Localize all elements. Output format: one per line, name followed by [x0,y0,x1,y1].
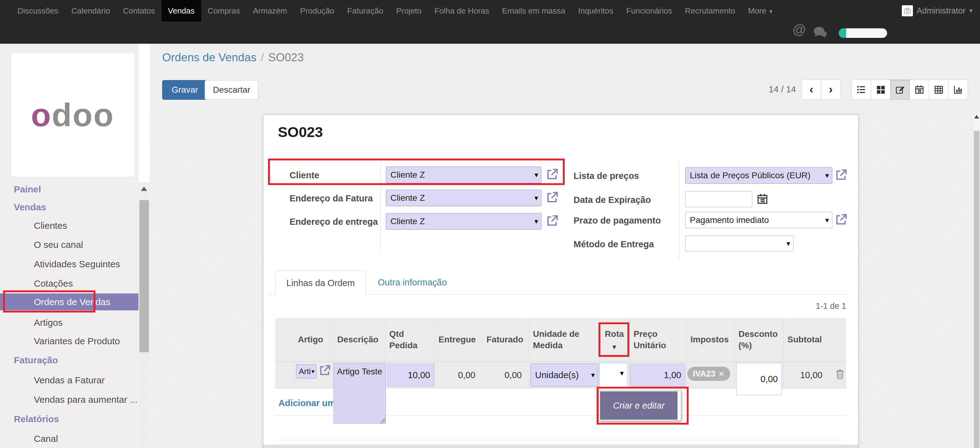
page-scrollbar[interactable] [973,112,980,448]
col-subtotal[interactable]: Subtotal [784,318,830,362]
save-button[interactable]: Gravar [162,80,208,100]
graph-view-button[interactable] [948,80,968,100]
endereco-fatura-select[interactable]: Cliente Z [386,190,541,206]
criar-e-editar-option[interactable]: Criar e editar [600,391,678,420]
menu-calendario[interactable]: Calendário [65,0,117,22]
col-entregue[interactable]: Entregue [435,318,483,362]
page-scroll-up-icon[interactable] [974,115,979,118]
sidebar-scrollbar[interactable] [138,182,150,448]
sidebar-item-atividades-seguintes[interactable]: Atividades Seguintes [34,259,120,269]
menu-more[interactable]: More [741,0,779,22]
edit-form-icon [895,84,905,94]
col-rota[interactable]: Rota ▼ [599,318,630,362]
sidebar-heading-vendas[interactable]: Vendas [14,202,46,212]
progress-segment [839,28,846,38]
menu-recrutamento[interactable]: Recrutamento [678,0,741,22]
endereco-entrega-external-link-icon[interactable] [546,214,559,227]
row-desconto-input[interactable]: 0,00 [736,363,782,395]
menu-projeto[interactable]: Projeto [390,0,428,22]
mentions-icon[interactable]: @ [792,23,806,36]
data-expiracao-input[interactable] [685,191,752,207]
discard-button[interactable]: Descartar [205,80,258,100]
prazo-pagamento-label: Prazo de pagamento [574,215,661,226]
form-view-button[interactable] [890,80,910,100]
row-artigo-select[interactable]: Arti [296,364,316,378]
sidebar-item-vendas-para-aumentar[interactable]: Vendas para aumentar ... [34,394,138,405]
remove-tag-icon[interactable] [719,369,725,379]
company-logo[interactable]: odoo [11,53,134,177]
metodo-entrega-select[interactable] [685,236,794,252]
endereco-fatura-external-link-icon[interactable] [546,191,559,204]
sidebar-item-canal[interactable]: Canal [34,434,58,444]
col-unidade-de-medida[interactable]: Unidade de Medida [529,318,599,362]
sidebar-item-clientes[interactable]: Clientes [34,220,67,231]
col-preco-unitario[interactable]: Preço Unitário [630,318,687,362]
row-unidade-select[interactable]: Unidade(s) [530,364,598,386]
pager-next-button[interactable] [821,80,841,100]
col-artigo[interactable]: Artigo [294,318,334,362]
endereco-entrega-select[interactable]: Cliente Z [386,213,541,230]
col-descricao[interactable]: Descrição [334,318,385,362]
cliente-external-link-icon[interactable] [546,168,559,181]
top-menubar: Discussões Calendário Contatos Vendas Co… [0,0,980,44]
col-faturado[interactable]: Faturado [483,318,529,362]
menu-contatos[interactable]: Contatos [117,0,162,22]
sidebar-item-artigos[interactable]: Artigos [34,317,62,328]
menu-faturacao[interactable]: Faturação [341,0,390,22]
scroll-up-icon[interactable] [141,187,147,191]
col-impostos[interactable]: Impostos [687,318,735,362]
lista-precos-external-link-icon[interactable] [835,168,848,181]
row-rota-select[interactable] [600,363,628,387]
sidebar-item-vendas-a-faturar[interactable]: Vendas a Faturar [34,375,105,386]
lines-pager: 1-1 de 1 [756,301,846,311]
row-preco-input[interactable]: 1,00 [630,364,685,386]
sidebar-heading-faturacao[interactable]: Faturação [14,355,58,365]
sidebar-item-o-seu-canal[interactable]: O seu canal [34,239,83,250]
sidebar-heading-relatorios[interactable]: Relatórios [14,414,59,424]
odoo-logo: odoo [31,96,115,134]
sidebar-heading-painel[interactable]: Painel [14,184,41,195]
record-pager-count: 14 / 14 [753,84,796,94]
page-scrollbar-thumb[interactable] [974,131,979,448]
breadcrumb-parent-link[interactable]: Ordens de Vendas [162,51,257,64]
row-artigo-external-link-icon[interactable] [319,364,332,377]
menu-funcionarios[interactable]: Funcionários [620,0,678,22]
prazo-pagamento-select[interactable]: Pagamento imediato [685,212,832,228]
menu-armazem[interactable]: Armazém [247,0,294,22]
sidebar-item-cotacoes[interactable]: Cotações [34,278,73,289]
menu-vendas[interactable]: Vendas [162,0,201,22]
sidebar-item-ordens-de-vendas[interactable]: Ordens de Vendas [0,293,138,310]
sidebar-item-variantes-de-produto[interactable]: Variantes de Produto [34,336,120,346]
list-view-button[interactable] [851,80,871,100]
sidebar-scrollbar-thumb[interactable] [139,200,149,352]
delete-line-button[interactable] [834,368,847,381]
sidebar: odoo Painel Vendas Clientes O seu canal … [0,44,138,448]
col-desconto[interactable]: Desconto (%) [735,318,784,362]
menu-folha-de-horas[interactable]: Folha de Horas [428,0,496,22]
endereco-entrega-label: Endereço de entrega [290,217,378,227]
tab-linhas-da-ordem[interactable]: Linhas da Ordem [275,271,366,295]
row-descricao-textarea[interactable]: Artigo Teste [334,363,386,424]
user-menu[interactable]: Administrator [902,0,973,22]
datepicker-calendar-icon[interactable] [757,193,768,206]
tab-outra-informacao[interactable]: Outra informação [378,277,447,288]
add-line-link[interactable]: Adicionar um [278,398,336,408]
col-qtd-pedida[interactable]: Qtd Pedida [385,318,435,362]
textarea-resize-handle[interactable] [380,418,385,423]
pivot-view-button[interactable] [929,80,949,100]
lista-precos-select[interactable]: Lista de Preços Públicos (EUR) [685,167,832,184]
calendar-view-button[interactable] [910,80,929,100]
cliente-select[interactable]: Cliente Z [386,167,541,183]
row-qtd-input[interactable]: 10,00 [387,364,434,386]
row-imposto-tag[interactable]: IVA23 [687,367,730,381]
menu-discussoes[interactable]: Discussões [11,0,65,22]
menu-emails-em-massa[interactable]: Emails em massa [496,0,572,22]
prazo-pagamento-external-link-icon[interactable] [835,213,848,226]
chat-bubble-icon[interactable] [812,26,827,40]
kanban-view-button[interactable] [871,80,891,100]
menu-compras[interactable]: Compras [201,0,247,22]
pager-previous-button[interactable] [802,80,821,100]
systray-progress-pill[interactable] [839,28,887,38]
menu-inqueritos[interactable]: Inquéritos [572,0,620,22]
menu-producao[interactable]: Produção [294,0,340,22]
